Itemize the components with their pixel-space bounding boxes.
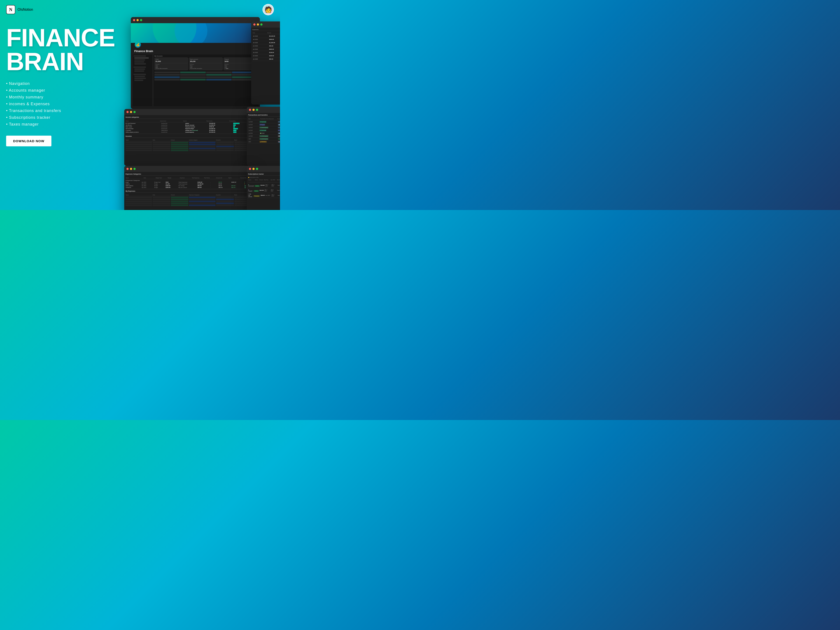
transaction-row-8: Jul 2023 $80.00 🏠 House ◈ BINANCE — [253, 57, 280, 61]
income-section-title: Income categories — [126, 116, 252, 119]
subs-header-bar — [247, 166, 280, 172]
expenses-header-bar — [124, 166, 253, 172]
subs-inner: Subscriptions tracker 🔔 Subscriptions fi… — [247, 172, 280, 210]
w6-close — [249, 168, 251, 170]
mockup-banner — [131, 23, 260, 43]
income-col-headers: Name Income from Source Total Income % r… — [126, 120, 252, 122]
mockup-main: 💰 Finance Brain — [131, 17, 260, 109]
expenses-section-title: Expenses Categories — [126, 173, 252, 176]
transfer-row-6: Jul 2023 L Lemonsquezy ⌨ Keyboard $200.0… — [248, 135, 280, 137]
expense-data-1 — [126, 197, 252, 198]
w3-min — [130, 111, 132, 113]
transaction-row-3: Jul 2023 $1,200.00 👗 clothes 💵 Cash — [253, 41, 280, 44]
status-badge-active-1: Active — [254, 185, 260, 187]
subs-col-headers: Name Status Amount Next Pay July 2023 Ne… — [248, 179, 280, 182]
income-row-2: Job Bonus Income from Bonus income $1,00… — [126, 125, 252, 126]
sidebar-mock — [133, 54, 152, 106]
expense-data-2 — [126, 199, 252, 200]
expenses-inner: Expenses Categories Name Date Budget Goa… — [124, 172, 253, 210]
income-data-1 — [126, 142, 252, 143]
w4-min — [253, 109, 255, 111]
my-expenses-col-headers: Name Date Amount Expenses Categories Acc… — [126, 194, 252, 196]
w4-max — [256, 109, 258, 111]
w6-max — [256, 168, 258, 170]
transfers-col-headers: Date Transaction From Account A To accou… — [248, 118, 280, 120]
mockup-main-content: 💰 Finance Brain — [131, 43, 260, 109]
status-badge-finished: Finished — [253, 195, 260, 197]
features-list: NavigationAccounts managerMonthly summar… — [6, 80, 124, 128]
transfer-row-3: Jul 2023 L Lemonsquezy S Stripe $500.00 … — [248, 126, 280, 129]
account-card-bank: Bank account $5,230 Balance Time Date Am… — [189, 57, 223, 70]
avatar[interactable]: 🧑 — [262, 4, 274, 15]
title-block: FINANCE BRAIN — [6, 26, 124, 74]
window-minimize-dot — [136, 19, 139, 21]
mockup-subscriptions: Subscriptions tracker 🔔 Subscriptions fi… — [247, 166, 280, 210]
w5-max — [133, 168, 136, 170]
mockup-expenses-categories: Expenses Categories Name Date Budget Goa… — [124, 166, 253, 210]
sub-row-paypal: ● Paypal Active $11.00 July 1, 2023 July… — [248, 188, 280, 193]
page-title: FINANCE BRAIN — [6, 26, 124, 74]
w4-close — [249, 109, 251, 111]
my-accounts-label: My Accounts — [155, 55, 257, 57]
transactions-content: Expenses Date Amount Expenses Categories… — [251, 28, 280, 104]
mockup-body: My Accounts Cash $1,000 Balance Time Dat… — [133, 54, 258, 106]
extra-rows — [155, 71, 257, 81]
transactions-header-bar — [251, 21, 280, 28]
income-row-1: 9-5 Job Payment Income from salary $3,00… — [126, 123, 252, 124]
expense-cat-food: Food July 2023 Budget Goal $500 Total Ex… — [126, 182, 252, 183]
income-data-4 — [126, 148, 252, 149]
sub-row-gumroad: ● Gumroad Active $15.00 July 1, 2023 Jul… — [248, 183, 280, 188]
logo-area: N OIsNotion — [6, 5, 33, 14]
transaction-row-1: Jul 2023 $2,100.00 🛍 Shopping 💵 Cash — [253, 35, 280, 38]
banner-shape2 — [175, 23, 207, 43]
expense-data-4 — [126, 202, 252, 204]
transfer-row-4: Jul 2023 G Gumroad P Paypal $200.00 Gum.… — [248, 129, 280, 132]
income-data-5 — [126, 150, 252, 151]
transaction-row-7: Jul 2023 $220.00 🎮 Video games L Lemonsq… — [253, 54, 280, 57]
accounts-grid: Cash $1,000 Balance Time Date Amount Aft… — [155, 57, 257, 70]
my-expenses-section-title: My Expenses — [126, 190, 252, 193]
income-data-3 — [126, 146, 252, 147]
mockup-income-categories: Income categories Name Income from Sourc… — [124, 109, 253, 166]
status-badge-active-2: Active — [254, 190, 259, 192]
window-close-dot — [133, 19, 135, 21]
incomes-col-headers: Name Date Amount Income Category Account… — [126, 139, 252, 141]
transactions-section-title: Expenses — [253, 29, 280, 31]
account-card-cash: Cash $1,000 Balance Time Date Amount Aft… — [155, 57, 188, 70]
incomes-section-title: Incomes — [126, 136, 252, 138]
transfers-section-title: Transactions and transfers — [248, 114, 280, 117]
transaction-row-6: Jul 2023 $130.00 ❤️ Health S Stripe — [253, 51, 280, 54]
w3-close — [126, 111, 129, 113]
transfer-row-1: Jul 2023 G Gumroad S Paypal $900.00 Gum.… — [248, 120, 280, 123]
sub-row-something: ● My old school Finished $30.00 July 202… — [248, 193, 280, 198]
transaction-row-4: Jul 2023 $50.00 🎮 Video games P Paypal — [253, 44, 280, 48]
main-content-mock: My Accounts Cash $1,000 Balance Time Dat… — [153, 54, 258, 106]
hero-section: FINANCE BRAIN NavigationAccounts manager… — [0, 19, 280, 210]
notion-n-letter: N — [9, 7, 12, 12]
download-button[interactable]: DOWNLOAD NOW — [6, 136, 51, 146]
expense-data-5 — [126, 205, 252, 206]
header: N OIsNotion 🧑 — [0, 0, 280, 19]
mockup-transactions: Expenses Date Amount Expenses Categories… — [251, 21, 280, 104]
income-row-5: 1 product Selling Direct selling via Gum… — [126, 130, 252, 131]
subs-left-panel: Subscriptions tracker 🔔 Subscriptions fi… — [248, 173, 280, 210]
app-icon: 💰 — [134, 43, 141, 48]
feature-item: Subscriptions tracker — [6, 114, 124, 121]
w2-min — [257, 24, 259, 25]
title-line2: BRAIN — [6, 47, 84, 76]
income-data-2 — [126, 144, 252, 145]
right-content: 💰 Finance Brain — [124, 21, 274, 210]
mockup-transfers: Transactions and transfers Date Transact… — [247, 107, 280, 166]
notion-logo-icon: N — [6, 5, 15, 14]
income-header-bar — [124, 109, 253, 115]
subs-section-title: Subscriptions tracker — [248, 173, 280, 176]
income-row-3: Side hustle Income from Various income $… — [126, 126, 252, 128]
income-row-6: Selling digital products Income from Lem… — [126, 131, 252, 133]
transfer-row-8: 2023 ◈ BINANCE 📚 Book stockes $50.00 BIN… — [248, 141, 280, 143]
expense-cat-transport: Transport July 2023 Budget $100.00 My bu… — [126, 187, 252, 188]
left-content: FINANCE BRAIN NavigationAccounts manager… — [6, 21, 124, 210]
brand-name: OIsNotion — [17, 8, 33, 12]
feature-item: Navigation — [6, 80, 124, 87]
transfers-inner: Transactions and transfers Date Transact… — [247, 113, 280, 166]
transaction-row-2: Jul 2023 $500.00 🍔 Food 🏦 Bank account — [253, 38, 280, 41]
